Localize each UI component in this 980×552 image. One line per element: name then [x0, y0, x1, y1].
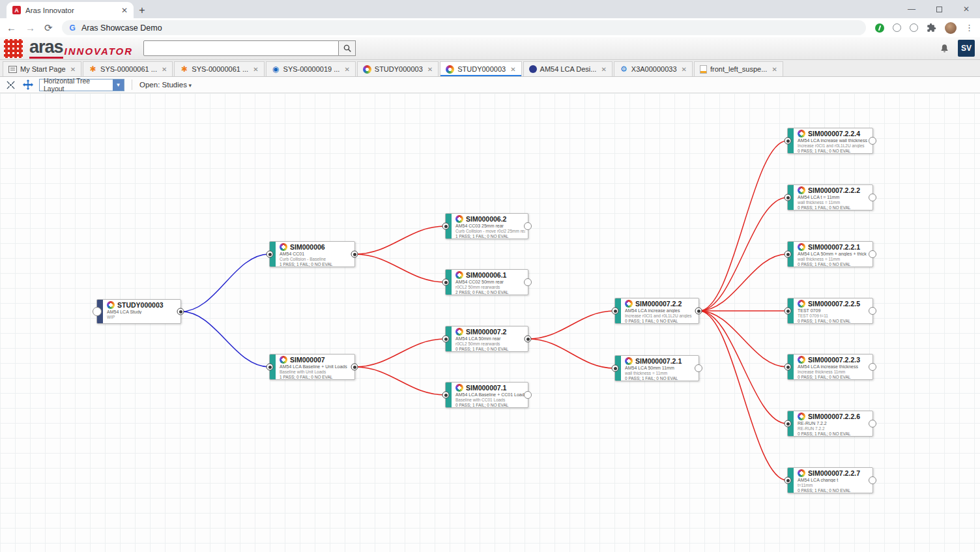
node-port-right[interactable] [695, 364, 702, 372]
tab-study000003[interactable]: STUDY000003 [440, 61, 521, 76]
node-port-right[interactable] [869, 137, 876, 145]
node-port-left[interactable] [785, 251, 792, 258]
restore-button[interactable] [925, 0, 953, 18]
tab-close-icon[interactable] [601, 66, 606, 73]
open-studies-menu[interactable]: Open: Studies [139, 81, 192, 89]
browser-avatar[interactable] [945, 22, 957, 34]
node-SIM000006.2[interactable]: SIM000006.2AM54 CC03 25mm rearCurb Colli… [445, 213, 528, 239]
node-port-left[interactable] [785, 194, 792, 201]
node-port-right[interactable] [869, 420, 876, 428]
extension-green-icon[interactable] [875, 23, 884, 33]
tab-my-start-page[interactable]: My Start Page [3, 61, 81, 76]
close-button[interactable]: ✕ [953, 0, 980, 18]
tab-am54-lca-desi[interactable]: AM54 LCA Desi... [523, 61, 612, 76]
node-port-right[interactable] [869, 363, 876, 371]
extension-ring2-icon[interactable] [910, 23, 918, 32]
node-SIM000007.2.2.7[interactable]: SIM000007.2.2.7AM54 LCA change tt=11mm0 … [787, 467, 873, 493]
node-SIM000007.2.2[interactable]: SIM000007.2.2AM54 LCA increase anglesInc… [614, 298, 699, 324]
node-port-left[interactable] [442, 279, 450, 286]
layout-select[interactable]: Horizontal Tree Layout ▼ [39, 79, 124, 91]
node-port-left[interactable] [442, 336, 450, 343]
node-SIM000007.2[interactable]: SIM000007.2AM54 LCA 50mm rearr0CL2 50mm … [445, 326, 528, 352]
tab-close-icon[interactable] [771, 66, 777, 73]
node-port-left[interactable] [267, 251, 274, 258]
notifications-button[interactable] [937, 41, 951, 55]
tab-close-icon[interactable] [427, 66, 433, 73]
node-port-left[interactable] [612, 308, 619, 315]
node-line: AM54 LCA increase angles [625, 308, 696, 313]
tab-study000003[interactable]: STUDY000003 [357, 61, 439, 76]
node-SIM000007.2.2.1[interactable]: SIM000007.2.2.1AM54 LCA 50mm + angles + … [787, 241, 873, 267]
node-title: SIM000007.2.2.2 [808, 186, 860, 194]
tab-x3a00000033[interactable]: X3A00000033 [614, 61, 693, 76]
node-port-right[interactable] [351, 364, 358, 371]
node-SIM000007.2.2.3[interactable]: SIM000007.2.2.3AM54 LCA increase thickne… [787, 354, 873, 380]
edge-sim7_2_2-n221 [699, 254, 787, 311]
address-bar[interactable]: G Aras Showcase Demo [62, 20, 866, 35]
app-launcher-grid-icon[interactable] [4, 39, 23, 58]
node-port-left[interactable] [442, 223, 450, 230]
node-SIM000006.1[interactable]: SIM000006.1AM54 CC02 50mm rearr0CL2 50mm… [445, 269, 528, 295]
tab-close-icon[interactable] [162, 66, 167, 73]
node-SIM000007.2.2.5[interactable]: SIM000007.2.2.5TEST 0709TEST 0709 t=110 … [787, 298, 873, 324]
edge-sim7-sim7_2 [355, 339, 445, 367]
node-port-left[interactable] [442, 392, 450, 399]
node-port-right[interactable] [177, 308, 184, 315]
node-port-left[interactable] [785, 364, 792, 371]
minimize-button[interactable]: — [898, 0, 925, 18]
node-port-left[interactable] [785, 420, 792, 428]
node-port-right[interactable] [695, 308, 702, 315]
reload-icon[interactable]: ⟳ [44, 23, 53, 33]
tab-close-icon[interactable] [344, 66, 349, 73]
node-port-right[interactable] [869, 307, 876, 315]
node-port-left[interactable] [267, 364, 274, 371]
user-avatar[interactable]: SV [958, 40, 975, 57]
node-port-right[interactable] [524, 391, 532, 399]
search-icon [343, 44, 352, 53]
graph-canvas[interactable]: STUDY000003AM54 LCA StudyWIPSIM000006AM5… [0, 93, 980, 552]
simulation-swirl-icon [625, 300, 633, 308]
node-SIM000007.2.2.2[interactable]: SIM000007.2.2.2AM54 LCA t = 11mmwall thi… [787, 184, 873, 211]
node-port-right[interactable] [524, 222, 532, 230]
node-SIM000007[interactable]: SIM000007AM54 LCA Baseline + Unit LoadsB… [269, 354, 355, 380]
pan-button[interactable] [22, 80, 33, 91]
node-SIM000007.2.1[interactable]: SIM000007.2.1AM54 LCA 50mm 11mmwall thic… [614, 355, 699, 381]
node-port-right[interactable] [351, 251, 358, 258]
node-port-left[interactable] [785, 308, 792, 315]
tab-close-icon[interactable] [510, 66, 515, 73]
tab-close-icon[interactable] [682, 66, 687, 73]
browser-tab[interactable]: A Aras Innovator ✕ [7, 2, 134, 18]
tab-sys-00000019[interactable]: SYS-00000019 ... [266, 61, 356, 76]
tab-sys-00000061[interactable]: SYS-00000061 ... [174, 61, 264, 76]
node-SIM000007.2.2.4[interactable]: SIM000007.2.2.4AM54 LCA increase wall th… [787, 128, 873, 154]
node-SIM000007.1[interactable]: SIM000007.1AM54 LCA Baseline + CC01 Load… [445, 382, 528, 408]
tab-close-icon[interactable] [253, 66, 258, 73]
browser-menu-icon[interactable]: ⋮ [965, 23, 973, 33]
gear-blue-icon [620, 65, 628, 74]
node-port-right[interactable] [525, 336, 532, 343]
node-port-left[interactable] [785, 477, 792, 484]
node-port-left[interactable] [785, 138, 792, 145]
node-port-right[interactable] [869, 194, 876, 201]
extension-ring-icon[interactable] [893, 23, 901, 32]
search-button[interactable] [339, 40, 356, 56]
forward-icon[interactable]: → [25, 23, 35, 33]
chevron-down-icon[interactable]: ▼ [113, 80, 124, 91]
search-input[interactable] [143, 40, 339, 56]
node-port-left[interactable] [612, 365, 619, 372]
node-SIM000007.2.2.6[interactable]: SIM000007.2.2.6RE-RUN 7.2.2RE-RUN 7.2.20… [787, 411, 873, 437]
tab-sys-00000061[interactable]: SYS-00000061 ... [83, 61, 173, 76]
tab-close-icon[interactable] [70, 66, 76, 73]
node-port-right[interactable] [869, 250, 876, 258]
node-port-left[interactable] [93, 307, 102, 316]
node-port-right[interactable] [869, 476, 876, 484]
extensions-puzzle-icon[interactable] [927, 23, 936, 33]
tab-close-icon[interactable]: ✕ [121, 6, 128, 15]
node-STUDY000003[interactable]: STUDY000003AM54 LCA StudyWIP [96, 299, 181, 324]
node-SIM000006[interactable]: SIM000006AM54 CC01Curb Collision - Basel… [269, 241, 355, 267]
fit-to-screen-button[interactable] [5, 80, 16, 91]
back-icon[interactable]: ← [7, 23, 16, 33]
node-port-right[interactable] [524, 278, 532, 286]
tab-front-left-suspe[interactable]: front_left_suspe... [694, 61, 783, 76]
new-tab-button[interactable]: + [134, 2, 151, 18]
